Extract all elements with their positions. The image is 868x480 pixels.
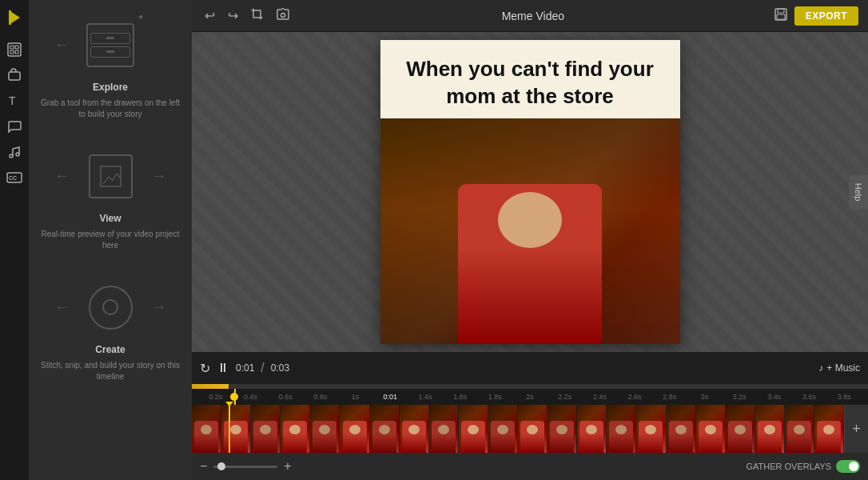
drawer-handle: [106, 37, 114, 39]
zoom-thumb[interactable]: [217, 462, 225, 470]
sidebar-item-captions[interactable]: CC: [3, 166, 26, 189]
arrow-right-icon: →: [152, 168, 166, 185]
film-frame-face: [823, 425, 834, 434]
gather-overlays-toggle[interactable]: [836, 460, 860, 473]
logo-icon[interactable]: [3, 6, 26, 29]
pause-button[interactable]: ⏸: [217, 361, 229, 375]
film-frame: [370, 405, 400, 453]
meme-video-area: [380, 118, 680, 344]
sparkle-icon: ✦: [137, 13, 144, 22]
svg-point-9: [10, 154, 13, 158]
zoom-controls: − +: [200, 459, 292, 474]
sidebar-item-comments[interactable]: [3, 115, 26, 138]
gather-overlays: GATHER OVERLAYS: [746, 460, 860, 473]
ruler-mark: 2.8s: [652, 393, 687, 401]
film-frame: [547, 405, 577, 453]
svg-rect-7: [9, 72, 20, 80]
svg-rect-4: [15, 46, 18, 49]
playhead-arrow: [225, 402, 233, 406]
meme-text: When you can't find your mom at the stor…: [380, 40, 680, 118]
film-frame-face: [379, 425, 390, 434]
gather-overlays-label: GATHER OVERLAYS: [746, 462, 831, 471]
ruler-mark: 0.4s: [233, 393, 269, 401]
crop-button[interactable]: [248, 6, 267, 26]
undo-button[interactable]: ↩: [201, 6, 218, 25]
film-frame-person: [194, 421, 218, 453]
tool-section-explore: ← ✦ Explore Grab a tool from the drawers…: [38, 13, 182, 120]
svg-point-14: [281, 13, 285, 17]
film-frame: [696, 405, 726, 453]
film-frame: [814, 405, 844, 453]
page-title: Meme Video: [502, 10, 564, 22]
film-frame: [726, 405, 755, 453]
film-frame-person: [787, 421, 811, 453]
export-button[interactable]: EXPORT: [794, 6, 858, 26]
sidebar-item-text[interactable]: T: [3, 90, 26, 112]
ruler-mark: 2.6s: [617, 393, 652, 401]
film-frame-person: [283, 421, 307, 453]
create-title: Create: [95, 344, 125, 355]
film-frame: [251, 405, 281, 453]
film-frame-face: [408, 425, 420, 434]
video-face: [498, 192, 562, 248]
tool-section-create: ← → Create Stitch, snip, and build your …: [38, 275, 182, 382]
help-button[interactable]: Help: [849, 175, 868, 210]
film-frame-face: [468, 425, 479, 434]
ruler-mark: 3s: [687, 393, 723, 401]
film-frame: [459, 405, 488, 453]
topbar: ↩ ↪ Meme Video: [192, 0, 868, 32]
video-frame: [380, 118, 680, 344]
sidebar-item-music[interactable]: [3, 141, 26, 163]
ruler-mark: 3.2s: [722, 393, 757, 401]
film-frame-person: [520, 421, 544, 453]
zoom-out-button[interactable]: −: [200, 459, 207, 474]
filmstrip-playhead: [229, 405, 230, 453]
main-content: ↩ ↪ Meme Video: [192, 0, 868, 480]
film-frame-person: [461, 421, 485, 453]
explore-title: Explore: [93, 82, 128, 93]
timeline-ruler: 0.2s0.4s0.6s0.8s1s0:011.4s1.6s1.8s2s2.2s…: [192, 389, 868, 405]
create-desc: Stitch, snip, and build your story on th…: [38, 360, 182, 382]
arrow-right-icon: →: [152, 299, 166, 316]
music-icon: ♪: [818, 362, 823, 374]
explore-desc: Grab a tool from the drawers on the left…: [38, 98, 182, 120]
add-music-button[interactable]: ♪ + Music: [818, 362, 860, 374]
add-clip-button[interactable]: +: [844, 405, 868, 453]
zoom-in-button[interactable]: +: [284, 459, 291, 474]
film-frame-person: [432, 421, 456, 453]
svg-text:CC: CC: [9, 175, 17, 181]
svg-rect-2: [8, 43, 21, 56]
filmstrip-row: +: [192, 405, 868, 453]
film-frame: [667, 405, 696, 453]
topbar-left: ↩ ↪: [201, 6, 293, 26]
svg-rect-5: [10, 50, 14, 54]
video-person: [458, 184, 602, 344]
toggle-knob: [849, 462, 858, 471]
redo-button[interactable]: ↪: [225, 6, 241, 25]
screenshot-button[interactable]: [273, 6, 293, 26]
film-frame-person: [728, 421, 752, 453]
sidebar: T CC: [0, 0, 29, 480]
film-frame: [488, 405, 518, 453]
film-frame-face: [556, 425, 567, 434]
view-illustration: ← →: [70, 144, 150, 208]
film-frame-person: [224, 421, 248, 453]
export-section: EXPORT: [774, 6, 858, 26]
sidebar-item-media[interactable]: [3, 38, 26, 61]
save-icon[interactable]: [774, 7, 788, 25]
time-divider: /: [261, 361, 264, 375]
svg-point-10: [16, 153, 19, 156]
canvas-icon: [89, 154, 133, 198]
film-frame-face: [645, 425, 656, 434]
arrow-left-icon: ←: [54, 299, 69, 316]
svg-rect-1: [9, 10, 11, 25]
filmstrip: [192, 405, 844, 453]
meme-card: When you can't find your mom at the stor…: [380, 40, 680, 344]
film-frame-person: [491, 421, 515, 453]
zoom-slider[interactable]: [213, 466, 277, 468]
sidebar-item-overlays[interactable]: [3, 64, 26, 86]
tool-panel: ← ✦ Explore Grab a tool from the drawers…: [29, 0, 192, 480]
film-frame-person: [639, 421, 663, 453]
film-frame-face: [527, 425, 538, 434]
loop-button[interactable]: ↻: [200, 361, 210, 376]
